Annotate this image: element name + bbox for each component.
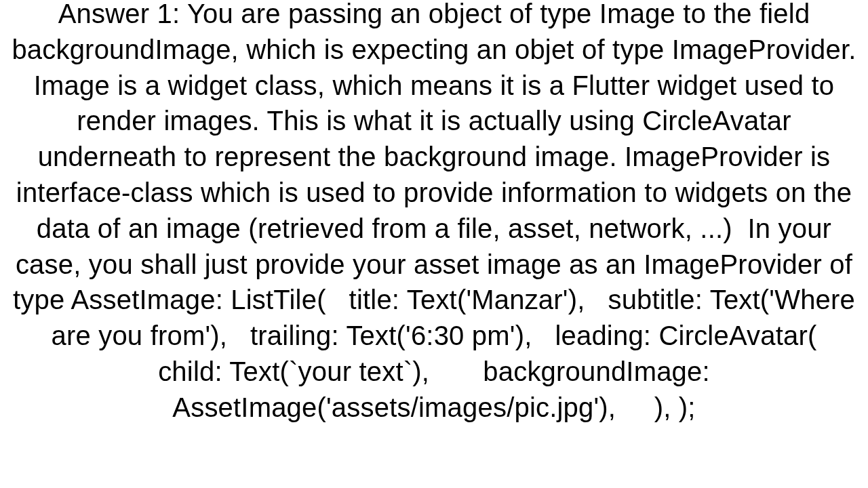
answer-text: Answer 1: You are passing an object of t… [4,0,864,426]
document-page: Answer 1: You are passing an object of t… [0,0,868,488]
